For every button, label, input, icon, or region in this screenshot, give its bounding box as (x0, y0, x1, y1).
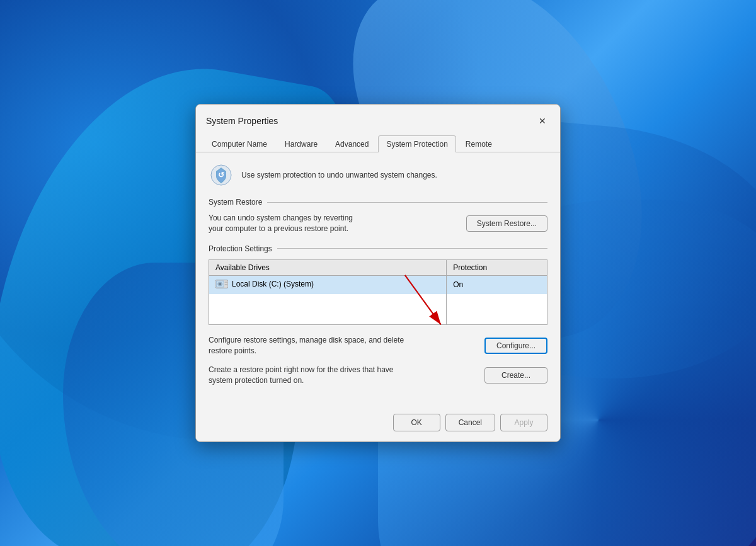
tab-advanced[interactable]: Advanced (327, 135, 377, 152)
tabs-container: Computer Name Hardware Advanced System P… (196, 130, 560, 152)
restore-content: You can undo system changes by reverting… (209, 213, 547, 234)
configure-description: Configure restore settings, manage disk … (209, 335, 410, 356)
empty-row-2 (209, 309, 547, 325)
system-restore-section: System Restore You can undo system chang… (209, 198, 547, 234)
system-restore-header: System Restore (209, 198, 547, 207)
protection-settings-title: Protection Settings (209, 244, 272, 253)
configure-button[interactable]: Configure... (484, 338, 547, 354)
protection-settings-section: Protection Settings Available Drives Pro… (209, 244, 547, 386)
system-restore-title: System Restore (209, 198, 262, 207)
dialog-body: ↺ Use system protection to undo unwanted… (196, 152, 560, 406)
col-available-drives: Available Drives (209, 259, 447, 275)
create-section: Create a restore point right now for the… (209, 365, 547, 386)
hdd-icon (215, 279, 228, 289)
system-restore-divider (267, 202, 547, 203)
drive-label: Local Disk (C:) (System) (232, 280, 314, 288)
svg-rect-8 (225, 282, 228, 283)
protection-settings-divider (277, 248, 547, 249)
dialog-title: System Properties (206, 116, 278, 126)
system-restore-button[interactable]: System Restore... (466, 215, 547, 232)
tab-hardware[interactable]: Hardware (277, 135, 326, 152)
drives-table-wrapper: Available Drives Protection (209, 259, 547, 325)
restore-description: You can undo system changes by reverting… (209, 213, 353, 234)
title-bar: System Properties ✕ (196, 105, 560, 130)
dialog-footer: OK Cancel Apply (196, 406, 560, 441)
header-description: Use system protection to undo unwanted s… (241, 171, 437, 179)
title-bar-controls: ✕ (532, 112, 553, 130)
apply-button[interactable]: Apply (500, 414, 547, 431)
col-protection: Protection (447, 259, 547, 275)
tab-system-protection[interactable]: System Protection (378, 135, 455, 152)
tab-remote[interactable]: Remote (457, 135, 500, 152)
dialog-overlay: System Properties ✕ Computer Name Hardwa… (0, 0, 756, 546)
create-description: Create a restore point right now for the… (209, 365, 410, 386)
create-button[interactable]: Create... (484, 367, 547, 384)
svg-point-7 (219, 283, 220, 285)
drive-row[interactable]: Local Disk (C:) (System) On (209, 275, 547, 294)
svg-text:↺: ↺ (218, 171, 224, 179)
header-section: ↺ Use system protection to undo unwanted… (209, 162, 547, 188)
close-button[interactable]: ✕ (532, 112, 553, 130)
drive-icon-container: Local Disk (C:) (System) (215, 279, 314, 289)
system-protection-icon: ↺ (209, 162, 234, 188)
protection-settings-header: Protection Settings (209, 244, 547, 253)
system-properties-dialog: System Properties ✕ Computer Name Hardwa… (195, 104, 561, 442)
cancel-button[interactable]: Cancel (445, 414, 495, 431)
protection-status: On (447, 275, 547, 294)
ok-button[interactable]: OK (393, 414, 440, 431)
drive-name: Local Disk (C:) (System) (209, 275, 447, 294)
svg-rect-9 (225, 284, 228, 285)
tab-computer-name[interactable]: Computer Name (203, 135, 275, 152)
configure-section: Configure restore settings, manage disk … (209, 335, 547, 356)
empty-row-1 (209, 294, 547, 309)
drives-table: Available Drives Protection (209, 259, 547, 325)
